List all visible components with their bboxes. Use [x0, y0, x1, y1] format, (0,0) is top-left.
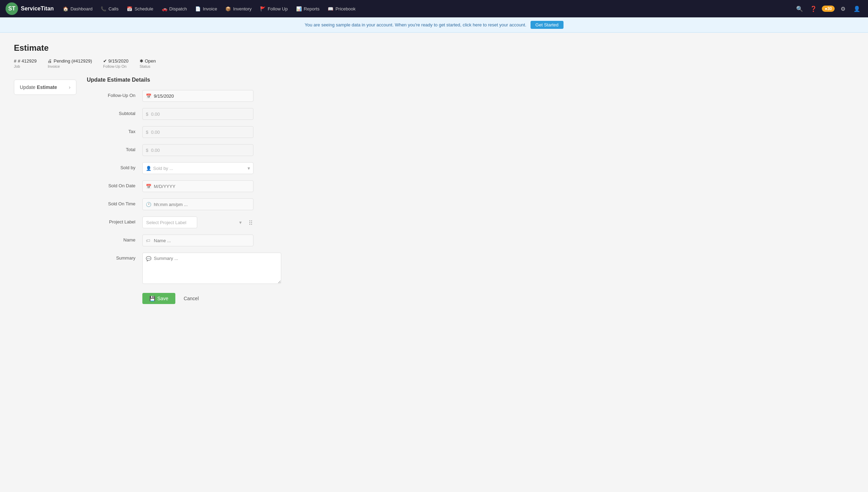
search-button[interactable]: 🔍	[794, 3, 805, 14]
reports-icon: 📊	[296, 6, 302, 11]
user-avatar[interactable]: 👤	[851, 3, 862, 14]
nav-label-dispatch: Dispatch	[169, 6, 187, 11]
dispatch-icon: 🚗	[162, 6, 167, 11]
save-label: Save	[157, 296, 168, 301]
brand[interactable]: ST ServiceTitan	[6, 2, 54, 15]
nav-label-calls: Calls	[108, 6, 118, 11]
summary-control: 💬	[142, 253, 323, 284]
field-subtotal: Subtotal $	[87, 108, 403, 120]
project-label-select[interactable]: Select Project Label	[142, 216, 197, 228]
pricebook-icon: 📖	[328, 6, 333, 11]
follow-up-on-control: 📅	[142, 90, 253, 102]
total-control: $	[142, 144, 253, 156]
sold-by-control: 👤 Sold by ... ▾	[142, 162, 253, 174]
meta-status-label: Status	[140, 64, 156, 68]
nav-label-pricebook: Pricebook	[335, 6, 356, 11]
meta-invoice-label: Invoice	[48, 64, 92, 68]
meta-followup: ✔ 9/15/2020 Follow-Up On	[103, 58, 128, 68]
nav-right: 🔍 ❓ ●30 ⚙ 👤	[794, 3, 862, 14]
project-label-label: Project Label	[87, 216, 142, 224]
drag-handle[interactable]	[248, 219, 253, 226]
form-panel: Update Estimate Details Follow-Up On 📅 S…	[76, 77, 403, 310]
sold-by-label: Sold by	[87, 162, 142, 170]
nav-item-dashboard[interactable]: 🏠 Dashboard	[59, 4, 96, 14]
notification-badge[interactable]: ●30	[822, 6, 835, 12]
sold-on-time-wrapper: 🕐	[142, 198, 253, 210]
cancel-button[interactable]: Cancel	[180, 293, 203, 304]
field-tax: Tax $	[87, 126, 403, 138]
followup-meta-icon: ✔	[103, 58, 107, 64]
follow-up-on-input[interactable]	[142, 90, 253, 102]
estimate-meta: # # 412929 Job 🖨 Pending (#412929) Invoi…	[14, 58, 403, 68]
sold-by-wrapper: 👤 Sold by ... ▾	[142, 162, 253, 174]
help-button[interactable]: ❓	[808, 3, 819, 14]
tax-input[interactable]	[142, 126, 253, 138]
follow-up-on-wrapper: 📅	[142, 90, 253, 102]
nav-label-dashboard: Dashboard	[70, 6, 93, 11]
tax-control: $	[142, 126, 253, 138]
name-wrapper: 🏷	[142, 235, 253, 246]
update-estimate-label: Update Estimate	[20, 84, 57, 90]
form-title: Update Estimate Details	[87, 77, 403, 83]
sold-on-time-input[interactable]	[142, 198, 253, 210]
subtotal-input[interactable]	[142, 108, 253, 120]
nav-label-invoice: Invoice	[203, 6, 217, 11]
calls-icon: 📞	[101, 6, 106, 11]
nav-item-invoice[interactable]: 📄 Invoice	[192, 4, 220, 14]
form-actions: 💾 Save Cancel	[87, 290, 403, 304]
nav-item-schedule[interactable]: 📅 Schedule	[123, 4, 157, 14]
nav-item-followup[interactable]: 🚩 Follow Up	[257, 4, 291, 14]
page-title: Estimate	[14, 43, 403, 53]
total-input[interactable]	[142, 144, 253, 156]
subtotal-control: $	[142, 108, 253, 120]
nav-label-reports: Reports	[304, 6, 320, 11]
project-label-chevron-icon: ▾	[239, 220, 242, 225]
project-select-container: Select Project Label ▾	[142, 216, 245, 228]
summary-textarea[interactable]	[142, 253, 281, 284]
sold-on-date-input[interactable]	[142, 180, 253, 192]
schedule-icon: 📅	[127, 6, 132, 11]
sold-on-date-wrapper: 📅	[142, 180, 253, 192]
field-name: Name 🏷	[87, 235, 403, 246]
dashboard-icon: 🏠	[63, 6, 68, 11]
meta-status-value: ✱ Open	[140, 58, 156, 64]
sold-on-date-control: 📅	[142, 180, 253, 192]
meta-invoice-value: 🖨 Pending (#412929)	[48, 58, 92, 64]
nav-item-inventory[interactable]: 📦 Inventory	[222, 4, 255, 14]
field-project-label: Project Label Select Project Label ▾	[87, 216, 403, 228]
settings-button[interactable]: ⚙	[837, 3, 849, 14]
invoice-meta-icon: 🖨	[48, 58, 52, 64]
nav-item-dispatch[interactable]: 🚗 Dispatch	[158, 4, 191, 14]
meta-followup-value: ✔ 9/15/2020	[103, 58, 128, 64]
total-wrapper: $	[142, 144, 253, 156]
meta-followup-label: Follow-Up On	[103, 64, 128, 68]
sold-by-select[interactable]: Sold by ...	[142, 162, 253, 174]
get-started-button[interactable]: Get Started	[531, 21, 563, 29]
meta-job: # # 412929 Job	[14, 58, 36, 68]
tax-wrapper: $	[142, 126, 253, 138]
field-sold-on-date: Sold On Date 📅	[87, 180, 403, 192]
brand-name: ServiceTitan	[21, 6, 54, 12]
nav-label-followup: Follow Up	[268, 6, 288, 11]
meta-job-label: Job	[14, 64, 36, 68]
nav-label-schedule: Schedule	[134, 6, 153, 11]
field-total: Total $	[87, 144, 403, 156]
name-input[interactable]	[142, 235, 253, 246]
nav-item-pricebook[interactable]: 📖 Pricebook	[324, 4, 359, 14]
sidebar: Update Estimate ›	[14, 77, 76, 310]
nav-item-reports[interactable]: 📊 Reports	[293, 4, 323, 14]
sidebar-arrow-icon: ›	[69, 84, 70, 90]
meta-invoice: 🖨 Pending (#412929) Invoice	[48, 58, 92, 68]
name-label: Name	[87, 235, 142, 243]
banner-text: You are seeing sample data in your accou…	[304, 22, 526, 27]
save-button[interactable]: 💾 Save	[142, 293, 175, 304]
update-estimate-button[interactable]: Update Estimate ›	[14, 80, 76, 95]
brand-logo: ST	[6, 2, 18, 15]
meta-status: ✱ Open Status	[140, 58, 156, 68]
nav-item-calls[interactable]: 📞 Calls	[97, 4, 122, 14]
main-layout: Update Estimate › Update Estimate Detail…	[14, 77, 403, 310]
status-meta-icon: ✱	[140, 58, 143, 64]
name-control: 🏷	[142, 235, 253, 246]
followup-icon: 🚩	[260, 6, 266, 11]
subtotal-label: Subtotal	[87, 108, 142, 116]
